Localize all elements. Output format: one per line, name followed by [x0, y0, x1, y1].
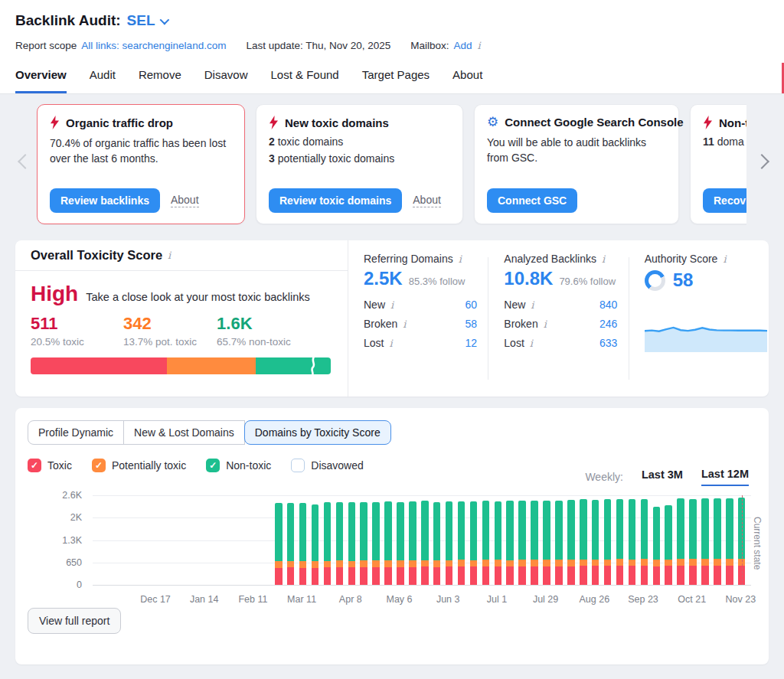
metric-value[interactable]: 840 — [599, 299, 617, 311]
checkbox-checked-icon[interactable]: ✓ — [206, 459, 220, 472]
page-title: Backlink Audit: — [15, 12, 121, 29]
info-icon[interactable]: i — [389, 338, 392, 349]
authority-trend-chart — [645, 303, 767, 352]
mailbox-add-link[interactable]: Add — [454, 40, 472, 51]
about-link[interactable]: About — [413, 194, 441, 207]
legend-non-toxic[interactable]: ✓ Non-toxic — [206, 459, 271, 472]
metric-row-broken: Brokeni 246 — [504, 318, 617, 330]
info-icon[interactable]: i — [168, 250, 171, 261]
view-profile-dynamic[interactable]: Profile Dynamic — [28, 420, 124, 445]
range-last-12m[interactable]: Last 12M — [701, 468, 749, 486]
referring-domains-value[interactable]: 2.5K — [364, 268, 403, 289]
tab-overview[interactable]: Overview — [15, 68, 67, 93]
info-icon[interactable]: i — [478, 40, 481, 51]
non-toxic-count: 1.6K — [217, 314, 291, 334]
tab-disavow[interactable]: Disavow — [204, 68, 248, 93]
info-icon[interactable]: i — [531, 299, 534, 311]
tab-remove[interactable]: Remove — [139, 68, 181, 93]
view-full-report-button[interactable]: View full report — [28, 608, 121, 634]
toxicity-note: Take a close look at your most toxic bac… — [86, 291, 310, 303]
range-control: Weekly: Last 3M Last 12M — [585, 468, 749, 486]
card-connect-gsc: ⚙ Connect Google Search Console You will… — [474, 104, 679, 224]
checkbox-checked-icon[interactable]: ✓ — [28, 459, 41, 472]
pot-toxic-caption: 13.7% pot. toxic — [123, 336, 197, 348]
info-icon[interactable]: i — [602, 253, 605, 265]
range-last-3m[interactable]: Last 3M — [642, 468, 683, 485]
info-icon[interactable]: i — [459, 253, 462, 265]
card-body: You will be able to audit backlinks from… — [487, 135, 666, 166]
carousel-next-button[interactable] — [754, 154, 769, 169]
metric-row-broken: Brokeni 58 — [364, 318, 477, 330]
legend-disavowed[interactable]: Disavowed — [291, 459, 363, 472]
summary-card: Overall Toxicity Score i High Take a clo… — [15, 240, 769, 397]
card-new-toxic-domains: New toxic domains 2 toxic domains 3 pote… — [256, 104, 463, 224]
analyzed-backlinks-col: Analyzed Backlinks i 10.8K 79.6% follow … — [488, 240, 628, 397]
toxicity-section-title: Overall Toxicity Score — [31, 248, 162, 263]
connect-gsc-button[interactable]: Connect GSC — [487, 188, 577, 213]
metric-row-lost: Losti 12 — [364, 337, 477, 349]
info-icon[interactable]: i — [390, 299, 394, 311]
carousel-prev-button[interactable] — [18, 154, 33, 169]
recover-button[interactable]: Recov — [703, 188, 746, 213]
report-scope-label: Report scope — [15, 40, 77, 51]
report-scope-link[interactable]: All links: searchengineland.com — [81, 40, 226, 51]
last-update: Last update: Thu, Nov 20, 2025 — [246, 40, 390, 51]
tab-audit[interactable]: Audit — [90, 68, 116, 93]
tab-lost-found[interactable]: Lost & Found — [270, 68, 338, 93]
toxic-domains-line: 2 toxic domains — [269, 135, 450, 148]
metric-row-new: Newi 840 — [504, 299, 617, 311]
lightning-icon — [703, 116, 713, 129]
pot-toxic-count: 342 — [123, 314, 197, 334]
legend-potentially-toxic[interactable]: ✓ Potentially toxic — [92, 459, 186, 472]
gauge-marker-icon — [309, 357, 318, 374]
view-new-lost-domains[interactable]: New & Lost Domains — [123, 420, 245, 445]
analyzed-backlinks-label: Analyzed Backlinks — [504, 253, 596, 265]
card-title: New toxic domains — [285, 116, 389, 129]
card-organic-traffic-drop: Organic traffic drop 70.4% of organic tr… — [37, 104, 245, 224]
meta-row: Report scope All links: searchengineland… — [15, 40, 769, 51]
chevron-down-icon — [159, 15, 169, 24]
metric-value[interactable]: 246 — [599, 318, 617, 330]
toxicity-panel: Overall Toxicity Score i High Take a clo… — [15, 240, 348, 397]
chart-y-axis: 06501.3K2K2.6K — [28, 495, 93, 585]
tab-target-pages[interactable]: Target Pages — [362, 68, 430, 93]
legend-toxic[interactable]: ✓ Toxic — [28, 459, 72, 472]
current-state-line — [742, 495, 743, 585]
chart-x-axis: Dec 17Jan 14Feb 11Mar 11Apr 8May 6Jun 3J… — [93, 594, 751, 608]
nav-tabs: Overview Audit Remove Disavow Lost & Fou… — [15, 68, 769, 93]
lightning-icon — [50, 116, 60, 129]
review-backlinks-button[interactable]: Review backlinks — [50, 188, 160, 213]
mailbox-label: Mailbox: — [410, 40, 449, 51]
notification-carousel: Organic traffic drop 70.4% of organic tr… — [0, 104, 784, 225]
info-icon[interactable]: i — [403, 318, 406, 330]
referring-follow: 85.3% follow — [409, 276, 466, 287]
checkbox-unchecked-icon[interactable] — [291, 459, 305, 472]
chart-card: Profile Dynamic New & Lost Domains Domai… — [15, 408, 769, 664]
info-icon[interactable]: i — [723, 253, 726, 265]
authority-score-label: Authority Score — [645, 253, 718, 265]
metric-value[interactable]: 12 — [465, 337, 477, 349]
project-name: SEL — [127, 12, 155, 29]
info-icon[interactable]: i — [544, 318, 547, 330]
review-toxic-domains-button[interactable]: Review toxic domains — [269, 188, 402, 213]
metric-value[interactable]: 633 — [599, 337, 617, 349]
chart-plot[interactable] — [93, 495, 751, 585]
non-toxic-caption: 65.7% non-toxic — [217, 336, 291, 348]
project-selector[interactable]: SEL — [127, 12, 167, 29]
toxicity-chart: 06501.3K2K2.6K Dec 17Jan 14Feb 11Mar 11A… — [28, 495, 756, 585]
card-body: 70.4% of organic traffic has been lost o… — [50, 135, 232, 167]
metric-value[interactable]: 60 — [465, 299, 477, 311]
about-link[interactable]: About — [171, 194, 199, 207]
analyzed-backlinks-value[interactable]: 10.8K — [504, 268, 553, 289]
card-line: 11 doma — [703, 135, 746, 148]
info-icon[interactable]: i — [530, 338, 533, 349]
authority-score-ring — [645, 270, 665, 291]
card-title: Connect Google Search Console — [505, 116, 683, 129]
view-domains-by-toxicity[interactable]: Domains by Toxicity Score — [244, 420, 391, 445]
metric-row-new: Newi 60 — [364, 299, 477, 311]
metric-value[interactable]: 58 — [465, 318, 477, 330]
tab-about[interactable]: About — [452, 68, 482, 93]
gear-icon: ⚙ — [487, 116, 498, 129]
checkbox-checked-icon[interactable]: ✓ — [92, 459, 106, 472]
lightning-icon — [269, 116, 279, 129]
